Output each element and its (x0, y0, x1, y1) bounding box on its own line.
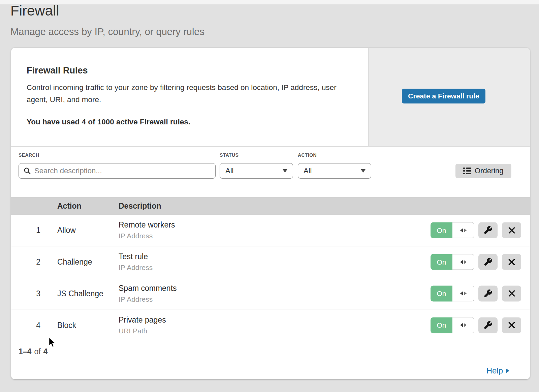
right-triangle-icon (506, 368, 509, 373)
filter-bar: SEARCH STATUS All ACTION All (11, 147, 530, 197)
card-description: Control incoming traffic to your zone by… (27, 82, 347, 106)
rule-description: Private pages URI Path (119, 315, 166, 335)
wrench-icon (483, 258, 493, 267)
pagination-of-text: of (34, 347, 40, 356)
edit-rule-button[interactable] (478, 254, 498, 270)
chevron-down-icon (361, 169, 366, 173)
rule-match-type: IP Address (119, 264, 153, 272)
rule-enabled-toggle[interactable]: On (431, 285, 474, 301)
toggle-arrows[interactable] (452, 285, 474, 301)
rule-action: Challenge (57, 258, 92, 267)
action-label: ACTION (298, 152, 317, 158)
pagination-bar: 1–4 of 4 (11, 341, 530, 362)
rule-description-title: Test rule (119, 252, 153, 261)
pagination-total: 4 (43, 347, 48, 356)
x-icon (508, 258, 516, 266)
page-top-strip (0, 0, 539, 4)
help-link-label: Help (486, 366, 503, 375)
edit-rule-button[interactable] (478, 317, 498, 333)
rule-description: Test rule IP Address (119, 252, 153, 272)
status-label: STATUS (220, 152, 239, 158)
action-select-value: All (304, 167, 312, 175)
right-triangle-icon (464, 228, 467, 232)
x-icon (508, 290, 516, 298)
right-triangle-icon (464, 292, 467, 296)
left-triangle-icon (460, 260, 463, 264)
x-icon (508, 226, 516, 234)
status-select-value: All (225, 167, 233, 175)
rules-table-body: 1 Allow Remote workers IP Address On 2 C (11, 215, 530, 341)
search-field[interactable] (19, 163, 216, 179)
toggle-on-label[interactable]: On (431, 317, 452, 333)
toggle-arrows[interactable] (452, 254, 474, 270)
firewall-rules-intro: Firewall Rules Control incoming traffic … (11, 48, 530, 146)
mouse-cursor (48, 337, 56, 348)
delete-rule-button[interactable] (502, 285, 521, 301)
toggle-on-label[interactable]: On (431, 285, 452, 301)
wrench-icon (483, 321, 493, 330)
edit-rule-button[interactable] (478, 222, 498, 238)
rule-match-type: IP Address (119, 295, 177, 303)
rule-enabled-toggle[interactable]: On (431, 222, 474, 238)
rule-priority: 1 (11, 226, 40, 235)
left-triangle-icon (460, 292, 463, 296)
table-row: 2 Challenge Test rule IP Address On (11, 246, 530, 278)
wrench-icon (483, 226, 493, 235)
left-triangle-icon (460, 228, 463, 232)
search-label: SEARCH (19, 152, 39, 158)
status-select[interactable]: All (220, 163, 293, 179)
rule-description: Remote workers IP Address (119, 220, 175, 240)
table-row: 1 Allow Remote workers IP Address On (11, 215, 530, 246)
ordering-button-label: Ordering (475, 167, 504, 175)
delete-rule-button[interactable] (502, 254, 521, 270)
toggle-arrows[interactable] (452, 222, 474, 238)
toggle-on-label[interactable]: On (431, 222, 452, 238)
card-heading: Firewall Rules (27, 65, 88, 76)
help-link[interactable]: Help (486, 366, 509, 375)
rule-priority: 2 (11, 258, 40, 267)
chevron-down-icon (283, 169, 287, 173)
edit-rule-button[interactable] (478, 285, 498, 301)
search-input[interactable] (34, 167, 211, 175)
delete-rule-button[interactable] (502, 222, 521, 238)
rule-action: Allow (57, 226, 76, 235)
rule-priority: 4 (11, 321, 40, 330)
column-header-action: Action (57, 202, 82, 211)
page-subtitle: Manage access by IP, country, or query r… (10, 26, 204, 37)
rule-action: JS Challenge (57, 289, 103, 298)
firewall-page: Firewall Manage access by IP, country, o… (0, 0, 539, 392)
table-header: Action Description (11, 197, 530, 215)
x-icon (508, 321, 516, 329)
rule-enabled-toggle[interactable]: On (431, 317, 474, 333)
rule-description-title: Spam comments (119, 284, 177, 293)
table-row: 4 Block Private pages URI Path On (11, 309, 530, 341)
rule-action: Block (57, 321, 76, 330)
rule-description-title: Private pages (119, 315, 166, 325)
right-triangle-icon (464, 260, 467, 264)
table-row: 3 JS Challenge Spam comments IP Address … (11, 278, 530, 310)
create-rule-panel: Create a Firewall rule (368, 48, 530, 146)
toggle-on-label[interactable]: On (431, 254, 452, 270)
rule-enabled-toggle[interactable]: On (431, 254, 474, 270)
action-select[interactable]: All (298, 163, 371, 179)
delete-rule-button[interactable] (502, 317, 521, 333)
card-footer: Help (11, 362, 530, 379)
page-title: Firewall (10, 3, 59, 19)
ordered-list-icon (463, 168, 471, 175)
search-icon (24, 167, 31, 175)
toggle-arrows[interactable] (452, 317, 474, 333)
wrench-icon (483, 289, 493, 298)
rule-description-title: Remote workers (119, 220, 175, 230)
rule-priority: 3 (11, 289, 40, 298)
column-header-description: Description (119, 202, 161, 211)
left-triangle-icon (460, 323, 463, 327)
create-firewall-rule-button[interactable]: Create a Firewall rule (402, 89, 485, 103)
rule-match-type: IP Address (119, 232, 175, 240)
pagination-range: 1–4 (19, 347, 31, 356)
ordering-button[interactable]: Ordering (455, 164, 511, 178)
right-triangle-icon (464, 323, 467, 327)
rule-description: Spam comments IP Address (119, 284, 177, 303)
rules-usage-note: You have used 4 of 1000 active Firewall … (27, 118, 190, 126)
firewall-rules-card: Firewall Rules Control incoming traffic … (11, 48, 530, 379)
rule-match-type: URI Path (119, 327, 166, 335)
